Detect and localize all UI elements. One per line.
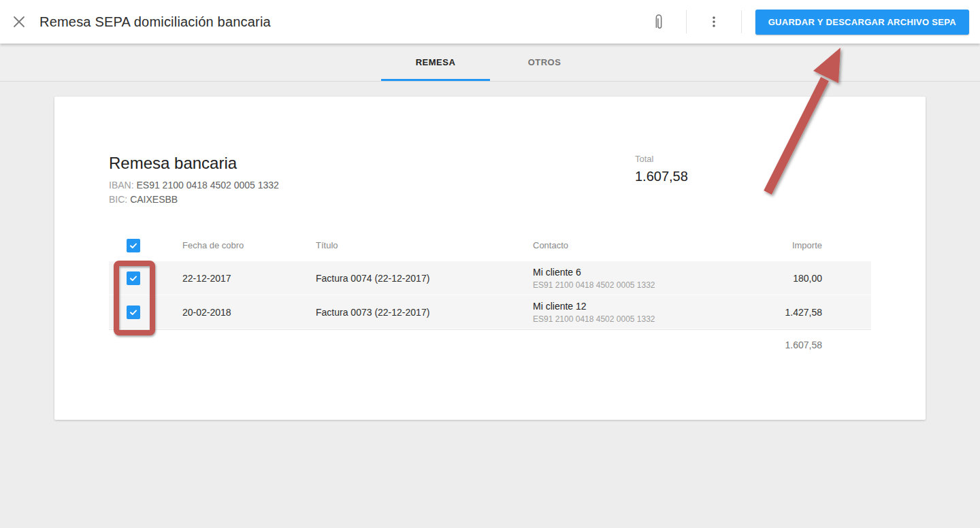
check-icon bbox=[129, 308, 138, 317]
row-title: Factura 0074 (22-12-2017) bbox=[316, 273, 533, 284]
table-total: 1.607,58 bbox=[109, 340, 871, 350]
bic-line: BIC: CAIXESBB bbox=[109, 193, 279, 207]
bic-value: CAIXESBB bbox=[130, 194, 178, 205]
iban-line: IBAN: ES91 2100 0418 4502 0005 1332 bbox=[109, 178, 279, 193]
tab-remesa-label: REMESA bbox=[416, 57, 456, 67]
toolbar-divider bbox=[686, 10, 687, 33]
row-contact-cell: Mi cliente 6 ES91 2100 0418 4502 0005 13… bbox=[533, 266, 749, 291]
row-contact-name: Mi cliente 12 bbox=[533, 300, 749, 312]
tab-remesa[interactable]: REMESA bbox=[381, 44, 490, 81]
row-contact-name: Mi cliente 6 bbox=[533, 266, 749, 278]
iban-label: IBAN: bbox=[109, 180, 134, 191]
col-header-contact: Contacto bbox=[533, 240, 749, 250]
row-amount: 1.427,58 bbox=[749, 307, 871, 318]
toolbar-divider bbox=[741, 10, 742, 33]
page-title: Remesa SEPA domiciliación bancaria bbox=[39, 14, 271, 30]
remittance-card: Remesa bancaria IBAN: ES91 2100 0418 450… bbox=[54, 97, 926, 420]
header-check-cell bbox=[109, 239, 182, 252]
close-icon[interactable] bbox=[5, 8, 33, 35]
content-area: Remesa bancaria IBAN: ES91 2100 0418 450… bbox=[0, 82, 980, 528]
table-row: 22-12-2017 Factura 0074 (22-12-2017) Mi … bbox=[109, 261, 871, 295]
check-icon bbox=[129, 241, 138, 250]
kebab-menu-icon bbox=[707, 15, 721, 29]
row-title: Factura 0073 (22-12-2017) bbox=[316, 307, 533, 318]
titlebar-actions: GUARDAR Y DESCARGAR ARCHIVO SEPA bbox=[645, 8, 980, 35]
attachment-button[interactable] bbox=[645, 8, 672, 35]
titlebar-left: Remesa SEPA domiciliación bancaria bbox=[0, 8, 271, 35]
row-checkbox[interactable] bbox=[127, 306, 140, 319]
tab-bar: REMESA OTROS bbox=[0, 44, 980, 82]
col-header-title: Título bbox=[316, 240, 533, 250]
row-check-cell bbox=[109, 306, 182, 319]
titlebar: Remesa SEPA domiciliación bancaria GUARD… bbox=[0, 0, 980, 44]
table-body: 22-12-2017 Factura 0074 (22-12-2017) Mi … bbox=[109, 261, 871, 330]
row-date: 20-02-2018 bbox=[182, 307, 316, 318]
col-header-amount: Importe bbox=[749, 240, 871, 250]
row-amount: 180,00 bbox=[749, 273, 871, 284]
row-check-cell bbox=[109, 271, 182, 285]
select-all-checkbox[interactable] bbox=[127, 239, 140, 252]
paperclip-icon bbox=[652, 12, 666, 31]
card-title: Remesa bancaria bbox=[109, 154, 279, 173]
row-contact-iban: ES91 2100 0418 4502 0005 1332 bbox=[533, 280, 749, 291]
close-icon-glyph bbox=[13, 16, 25, 28]
total-block: Total 1.607,58 bbox=[635, 154, 688, 184]
row-contact-iban: ES91 2100 0418 4502 0005 1332 bbox=[533, 314, 749, 325]
tab-otros-label: OTROS bbox=[528, 57, 561, 67]
row-checkbox[interactable] bbox=[127, 271, 140, 285]
row-contact-cell: Mi cliente 12 ES91 2100 0418 4502 0005 1… bbox=[533, 300, 749, 325]
bank-info: Remesa bancaria IBAN: ES91 2100 0418 450… bbox=[109, 154, 279, 207]
table-header-row: Fecha de cobro Título Contacto Importe bbox=[109, 229, 871, 261]
bic-label: BIC: bbox=[109, 194, 127, 205]
save-download-sepa-button[interactable]: GUARDAR Y DESCARGAR ARCHIVO SEPA bbox=[755, 10, 969, 35]
more-options-button[interactable] bbox=[700, 8, 728, 35]
tab-otros[interactable]: OTROS bbox=[490, 44, 599, 81]
iban-value: ES91 2100 0418 4502 0005 1332 bbox=[136, 180, 278, 191]
table-footer-row: 1.607,58 bbox=[109, 330, 871, 360]
total-value: 1.607,58 bbox=[635, 169, 688, 184]
invoice-table: Fecha de cobro Título Contacto Importe 2… bbox=[109, 229, 871, 360]
table-row: 20-02-2018 Factura 0073 (22-12-2017) Mi … bbox=[109, 295, 871, 329]
row-date: 22-12-2017 bbox=[182, 273, 316, 284]
check-icon bbox=[129, 274, 138, 283]
total-label: Total bbox=[635, 154, 688, 164]
col-header-date: Fecha de cobro bbox=[182, 240, 316, 250]
